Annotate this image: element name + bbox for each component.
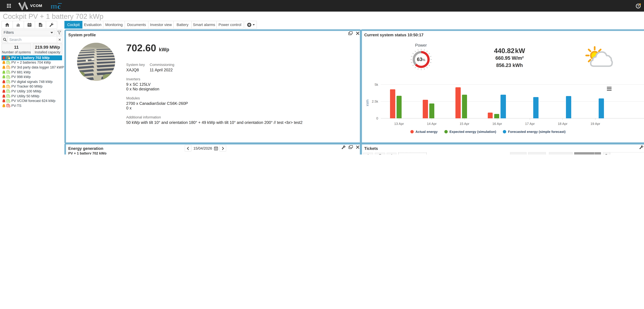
svg-text:17 Apr: 17 Apr [525,122,535,126]
svg-text:16 Apr: 16 Apr [492,122,502,126]
svg-text:2.5k: 2.5k [372,100,378,104]
svg-text:15 Apr: 15 Apr [460,122,469,126]
svg-text:0: 0 [376,116,378,120]
svg-text:%: % [422,58,425,62]
svg-text:19 Apr: 19 Apr [590,122,600,126]
svg-text:kWh: kWh [366,100,370,106]
svg-text:13 Apr: 13 Apr [394,122,404,126]
svg-text:14 Apr: 14 Apr [427,122,437,126]
svg-text:5k: 5k [375,83,378,86]
svg-text:63: 63 [417,57,422,62]
svg-text:?: ? [637,4,639,8]
svg-text:18 Apr: 18 Apr [558,122,568,126]
